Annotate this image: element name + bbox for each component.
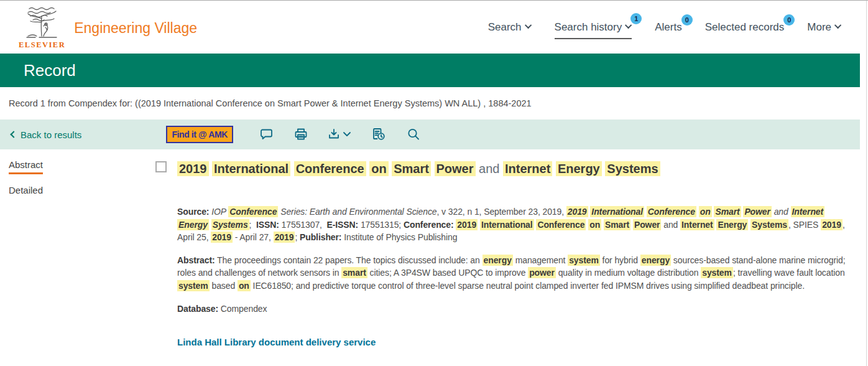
- page-title: Record: [24, 61, 76, 80]
- select-record-checkbox[interactable]: [155, 161, 167, 172]
- nav-selected-records[interactable]: Selected records 0: [705, 21, 785, 34]
- record-content: Abstract Detailed 2019 International Con…: [0, 149, 860, 347]
- record-body: Source: IOP Conference Series: Earth and…: [177, 205, 849, 347]
- nav-alerts-label: Alerts: [655, 21, 681, 34]
- nav-search-label: Search: [488, 21, 522, 34]
- back-to-results-link[interactable]: Back to results: [11, 129, 81, 140]
- selected-records-count-badge: 0: [783, 14, 795, 26]
- findit-amk-button[interactable]: Find it @ AMK: [166, 126, 233, 143]
- elsevier-wordmark: ELSEVIER: [19, 40, 65, 50]
- alerts-count-badge: 0: [681, 14, 693, 26]
- chevron-down-icon: [625, 22, 632, 29]
- toolbar-icons: [259, 127, 421, 142]
- page: ELSEVIER Engineering Village Search Sear…: [0, 1, 860, 347]
- nav-more-label: More: [807, 21, 831, 34]
- download-icon[interactable]: [328, 127, 351, 142]
- nav-selected-records-label: Selected records: [705, 21, 785, 34]
- record-toolbar: Back to results Find it @ AMK: [0, 120, 860, 149]
- back-to-results-label: Back to results: [21, 129, 81, 140]
- nav-more[interactable]: More: [807, 21, 841, 34]
- record-query-summary: Record 1 from Compendex for: ((2019 Inte…: [0, 87, 860, 120]
- top-nav: Search Search history 1 Alerts 0 Selecte…: [488, 21, 860, 34]
- nav-search-history[interactable]: Search history 1: [555, 21, 632, 39]
- scrollbar-gutter[interactable]: [860, 1, 868, 366]
- sidebar-item-detailed[interactable]: Detailed: [9, 185, 155, 198]
- title-row: 2019 International Conference on Smart P…: [155, 159, 860, 178]
- chevron-down-icon: [524, 22, 531, 29]
- source-paragraph: Source: IOP Conference Series: Earth and…: [177, 205, 849, 244]
- database-line: Database: Compendex: [177, 303, 849, 316]
- search-history-count-badge: 1: [630, 13, 642, 24]
- sidebar-detailed-label: Detailed: [9, 185, 43, 198]
- app-title: Engineering Village: [74, 20, 197, 37]
- sidebar-item-abstract[interactable]: Abstract: [9, 159, 155, 174]
- document-delivery-link[interactable]: Linda Hall Library document delivery ser…: [177, 337, 849, 347]
- record-history-icon[interactable]: [371, 127, 387, 142]
- app-header: ELSEVIER Engineering Village Search Sear…: [0, 1, 860, 54]
- nav-alerts[interactable]: Alerts 0: [655, 21, 681, 34]
- print-icon[interactable]: [293, 127, 308, 142]
- chevron-down-icon: [834, 22, 841, 29]
- abstract-paragraph: Abstract: The proceedings contain 22 pap…: [177, 254, 849, 293]
- elsevier-tree-icon: [23, 5, 62, 40]
- record-main: 2019 International Conference on Smart P…: [155, 149, 860, 347]
- nav-search[interactable]: Search: [488, 21, 532, 34]
- elsevier-logo[interactable]: ELSEVIER: [19, 5, 65, 50]
- view-sidebar: Abstract Detailed: [0, 149, 155, 347]
- chevron-left-icon: [10, 131, 17, 138]
- search-in-record-icon[interactable]: [406, 127, 421, 142]
- sidebar-abstract-label: Abstract: [9, 159, 43, 174]
- comment-icon[interactable]: [259, 127, 274, 142]
- page-banner: Record: [0, 54, 860, 87]
- record-title: 2019 International Conference on Smart P…: [177, 159, 660, 178]
- nav-search-history-label: Search history: [555, 21, 622, 34]
